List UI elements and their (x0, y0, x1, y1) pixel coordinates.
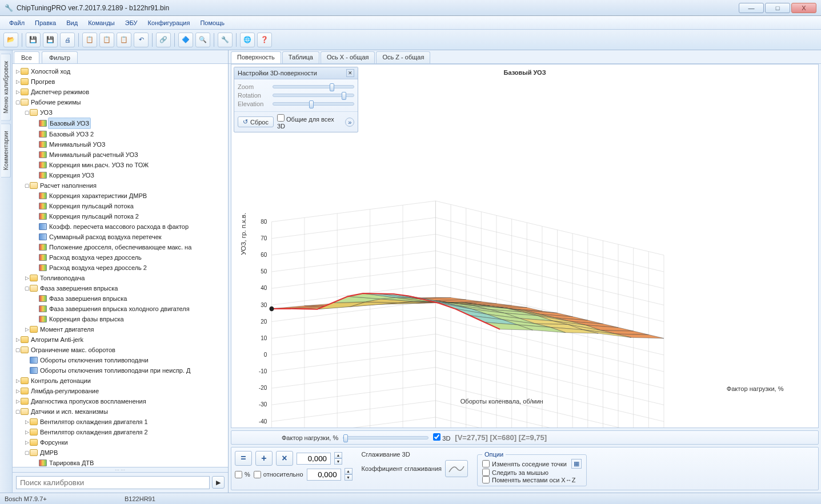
global-3d-checkbox[interactable]: Общие для всех 3D (277, 114, 342, 130)
svg-text:Фактор нагрузки, %: Фактор нагрузки, % (727, 385, 784, 392)
relative-value-input[interactable] (307, 469, 341, 481)
chart-3d-surface[interactable]: Настройки 3D-поверхности✕ Zoom Rotation … (231, 64, 819, 428)
menu-edit[interactable]: Правка (30, 18, 61, 28)
cursor-coordinates: [V=27,75] [X=680] [Z=9,75] (455, 433, 547, 442)
expand-icon[interactable]: » (345, 118, 354, 127)
svg-text:50: 50 (261, 268, 267, 275)
menu-file[interactable]: Файл (5, 18, 29, 28)
value-spinner[interactable]: ▲▼ (334, 452, 342, 465)
svg-text:80: 80 (261, 219, 267, 225)
globe-icon[interactable]: 🌐 (240, 33, 255, 47)
search-icon[interactable]: 🔍 (195, 33, 210, 47)
reset-button[interactable]: ↺Сброс (238, 116, 274, 127)
save-icon[interactable]: 💾 (26, 33, 41, 47)
window-title: 🔧ChipTuningPRO ver.7.2017.9.2189 - b122h… (5, 4, 169, 12)
svg-line-66 (435, 417, 664, 428)
maximize-button[interactable]: □ (765, 3, 790, 13)
smooth-button[interactable] (445, 460, 468, 477)
status-file: B122HR91 (125, 495, 210, 502)
svg-text:60: 60 (261, 252, 267, 258)
tree-tabs: Все Фильтр (13, 50, 228, 64)
status-ecu: Bosch M7.9.7+ (5, 495, 90, 502)
svg-point-198 (269, 307, 274, 311)
svg-line-76 (435, 251, 664, 305)
svg-text:10: 10 (261, 335, 267, 341)
svg-text:40: 40 (261, 285, 267, 291)
options-group: Опции Изменять соседние точки ▦ Следить … (477, 451, 587, 486)
main-menu: Файл Правка Вид Команды ЭБУ Конфигурация… (0, 16, 821, 30)
surface-settings-panel[interactable]: Настройки 3D-поверхности✕ Zoom Rotation … (234, 67, 358, 132)
svg-line-70 (435, 350, 664, 405)
svg-line-35 (271, 368, 435, 389)
svg-text:УОЗ, гр. п.к.в.: УОЗ, гр. п.к.в. (240, 213, 247, 255)
plus-button[interactable]: + (255, 451, 273, 466)
svg-line-32 (271, 417, 435, 428)
svg-line-44 (271, 217, 435, 239)
3d-checkbox[interactable]: 3D (433, 433, 450, 442)
tool-icon[interactable]: 🔧 (218, 33, 233, 47)
minimize-button[interactable]: — (739, 3, 764, 13)
window-controls: — □ X (739, 3, 816, 13)
search-go-icon[interactable]: ▶ (212, 476, 225, 489)
panel-close-icon[interactable]: ✕ (346, 69, 354, 77)
zoom-slider[interactable] (273, 85, 354, 88)
load-factor-slider[interactable] (343, 436, 428, 440)
edit-panel: = + × ▲▼ % относительно ▲▼ Сглаживание 3… (231, 447, 819, 490)
vertical-tabs: Меню калибровок Комментарии (0, 50, 13, 493)
value-input[interactable] (297, 453, 331, 465)
save-as-icon[interactable]: 💾 (43, 33, 58, 47)
relative-spinner[interactable]: ▲▼ (345, 468, 353, 481)
svg-text:70: 70 (261, 235, 267, 241)
svg-text:-10: -10 (259, 368, 267, 374)
tab-calibrations[interactable]: Меню калибровок (1, 54, 11, 121)
tab-all[interactable]: Все (14, 51, 39, 63)
svg-line-67 (435, 401, 664, 428)
calibration-tree[interactable]: ▷Холостой ход ▷Прогрев ▷Диспетчер режимо… (13, 64, 228, 467)
menu-help[interactable]: Помощь (195, 18, 229, 28)
svg-line-71 (435, 334, 664, 388)
svg-text:30: 30 (261, 301, 267, 308)
equals-button[interactable]: = (235, 451, 252, 466)
search-input[interactable] (16, 476, 210, 489)
svg-line-42 (271, 251, 435, 272)
link-icon[interactable]: 🔗 (156, 33, 171, 47)
grid-icon[interactable]: ▦ (571, 459, 582, 469)
elevation-slider[interactable] (273, 102, 354, 106)
svg-line-43 (271, 234, 435, 255)
print-icon[interactable]: 🖨 (60, 33, 75, 47)
open-icon[interactable]: 📂 (3, 33, 18, 47)
opt-follow-mouse[interactable]: Следить за мышью (482, 469, 582, 476)
copy-icon[interactable]: 📋 (82, 33, 97, 47)
svg-line-38 (271, 317, 435, 338)
menu-ecu[interactable]: ЭБУ (121, 18, 142, 28)
splitter[interactable]: ⋯⋯ (13, 467, 228, 472)
close-button[interactable]: X (791, 3, 816, 13)
tab-filter[interactable]: Фильтр (42, 51, 78, 63)
menu-commands[interactable]: Команды (83, 18, 119, 28)
undo-icon[interactable]: ↶ (134, 33, 149, 47)
svg-text:20: 20 (261, 318, 267, 324)
percent-checkbox[interactable]: % (235, 471, 250, 478)
tab-table[interactable]: Таблица (282, 51, 319, 63)
opt-neighbors[interactable]: Изменять соседние точки ▦ (482, 459, 582, 469)
tab-axis-z[interactable]: Ось Z - общая (376, 51, 430, 63)
menu-view[interactable]: Вид (62, 18, 82, 28)
help-icon[interactable]: ❓ (257, 33, 272, 47)
info-icon[interactable]: 🔷 (178, 33, 193, 47)
menu-config[interactable]: Конфигурация (143, 18, 195, 28)
svg-line-77 (435, 234, 664, 288)
svg-text:-30: -30 (259, 401, 267, 408)
svg-line-33 (271, 401, 435, 422)
times-button[interactable]: × (276, 451, 293, 466)
tab-surface[interactable]: Поверхность (231, 51, 281, 63)
opt-swap-axes[interactable]: Поменять местами оси X↔Z (482, 476, 582, 483)
svg-line-36 (271, 350, 435, 372)
tab-axis-x[interactable]: Ось X - общая (321, 51, 375, 63)
tab-comments[interactable]: Комментарии (1, 123, 11, 178)
tree-item-base-uoz[interactable]: Базовый УОЗ (48, 118, 91, 129)
clipboard-icon[interactable]: 📋 (117, 33, 131, 47)
relative-checkbox[interactable]: относительно (254, 471, 303, 478)
paste-icon[interactable]: 📋 (99, 33, 114, 47)
rotation-slider[interactable] (273, 94, 354, 97)
svg-line-45 (271, 201, 435, 222)
